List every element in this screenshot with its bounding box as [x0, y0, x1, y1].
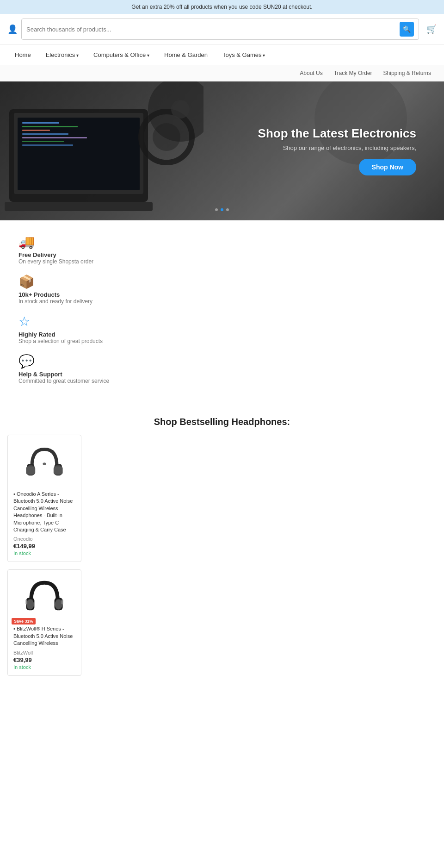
hero-dot-3[interactable] — [226, 208, 229, 211]
hero-title: Shop the Latest Electronics — [258, 126, 416, 141]
hero-banner: Shop the Latest Electronics Shop our ran… — [0, 81, 444, 220]
nav-item-home-garden[interactable]: Home & Garden — [157, 45, 215, 65]
headphone-svg-1 — [24, 443, 65, 485]
hero-dot-1[interactable] — [215, 208, 218, 211]
svg-rect-5 — [22, 130, 50, 131]
product-name-2: BlitzWolf® H Series - Bluetooth 5.0 Acti… — [13, 625, 75, 647]
features-section: 🚚 Free Delivery On every single Shopsta … — [0, 220, 444, 407]
search-button[interactable]: 🔍 — [400, 22, 414, 37]
hero-dot-2[interactable] — [221, 208, 223, 211]
feature-products: 📦 10k+ Products In stock and ready for d… — [18, 274, 426, 305]
nav-shipping[interactable]: Shipping & Returns — [378, 68, 437, 78]
product-image-1 — [13, 441, 75, 487]
user-icon[interactable]: 👤 — [7, 24, 18, 34]
product-stock-2: In stock — [13, 664, 75, 670]
svg-rect-4 — [22, 126, 78, 127]
svg-rect-20 — [54, 466, 63, 475]
svg-rect-29 — [62, 599, 63, 605]
headphone-svg-2 — [24, 578, 65, 619]
nav-about[interactable]: About Us — [294, 68, 328, 78]
product-stock-1: In stock — [13, 550, 75, 556]
svg-rect-28 — [26, 599, 28, 605]
product-price-2: €39,99 — [13, 656, 75, 663]
feature-rated-title: Highly Rated — [18, 331, 426, 338]
nav-item-toys[interactable]: Toys & Games — [215, 45, 272, 65]
product-price-1: €149,99 — [13, 543, 75, 550]
svg-point-27 — [55, 599, 62, 610]
star-icon: ☆ — [18, 314, 426, 329]
svg-rect-3 — [22, 122, 59, 124]
cart-icon[interactable]: 🛒 — [426, 24, 437, 34]
banner-text: Get an extra 20% off all products when y… — [131, 4, 312, 10]
search-input[interactable] — [26, 26, 400, 33]
svg-point-14 — [171, 100, 190, 119]
products-section: Shop Bestselling Headphones: Oneodio A — [0, 407, 444, 697]
feature-rated: ☆ Highly Rated Shop a selection of great… — [18, 314, 426, 344]
product-brand-2: BlitzWolf — [13, 650, 75, 656]
product-name-1: Oneodio A Series - Bluetooth 5.0 Active … — [13, 491, 75, 533]
product-card-2[interactable]: Save 31% BlitzWolf® H Series - Bluetooth… — [7, 569, 81, 675]
truck-icon: 🚚 — [18, 234, 426, 250]
products-section-title: Shop Bestselling Headphones: — [7, 407, 437, 435]
top-banner: Get an extra 20% off all products when y… — [0, 0, 444, 14]
search-input-wrap: 🔍 — [21, 19, 419, 40]
hero-dots — [215, 208, 229, 211]
hero-subtitle: Shop our range of electronics, including… — [258, 144, 416, 151]
svg-point-26 — [26, 599, 34, 610]
product-brand-1: Oneodio — [13, 536, 75, 542]
svg-rect-6 — [22, 133, 68, 135]
shop-now-button[interactable]: Shop Now — [359, 159, 416, 175]
feature-delivery-title: Free Delivery — [18, 251, 426, 258]
feature-support-title: Help & Support — [18, 371, 426, 378]
secondary-navigation: About Us Track My Order Shipping & Retur… — [0, 65, 444, 81]
feature-support: 💬 Help & Support Committed to great cust… — [18, 354, 426, 384]
product-save-badge-2: Save 31% — [12, 618, 36, 624]
feature-support-desc: Committed to great customer service — [18, 378, 426, 384]
feature-products-desc: In stock and ready for delivery — [18, 298, 426, 305]
feature-delivery: 🚚 Free Delivery On every single Shopsta … — [18, 234, 426, 265]
nav-item-home[interactable]: Home — [7, 45, 38, 65]
nav-item-computers[interactable]: Computers & Office — [86, 45, 157, 65]
nav-item-electronics[interactable]: Electronics — [38, 45, 86, 65]
hero-content: Shop the Latest Electronics Shop our ran… — [73, 126, 444, 175]
product-card-1[interactable]: Oneodio A Series - Bluetooth 5.0 Active … — [7, 435, 81, 562]
feature-rated-desc: Shop a selection of great products — [18, 338, 426, 344]
svg-rect-9 — [22, 144, 73, 146]
box-icon: 📦 — [18, 274, 426, 289]
svg-rect-8 — [22, 141, 64, 142]
svg-rect-10 — [5, 202, 153, 211]
svg-point-21 — [43, 462, 46, 465]
svg-rect-19 — [26, 466, 35, 475]
nav-track-order[interactable]: Track My Order — [328, 68, 378, 78]
feature-products-title: 10k+ Products — [18, 291, 426, 298]
feature-delivery-desc: On every single Shopsta order — [18, 258, 426, 265]
main-navigation: Home Electronics Computers & Office Home… — [0, 45, 444, 65]
chat-icon: 💬 — [18, 354, 426, 369]
product-image-2 — [13, 575, 75, 622]
search-bar: 👤 🔍 🛒 — [0, 14, 444, 45]
